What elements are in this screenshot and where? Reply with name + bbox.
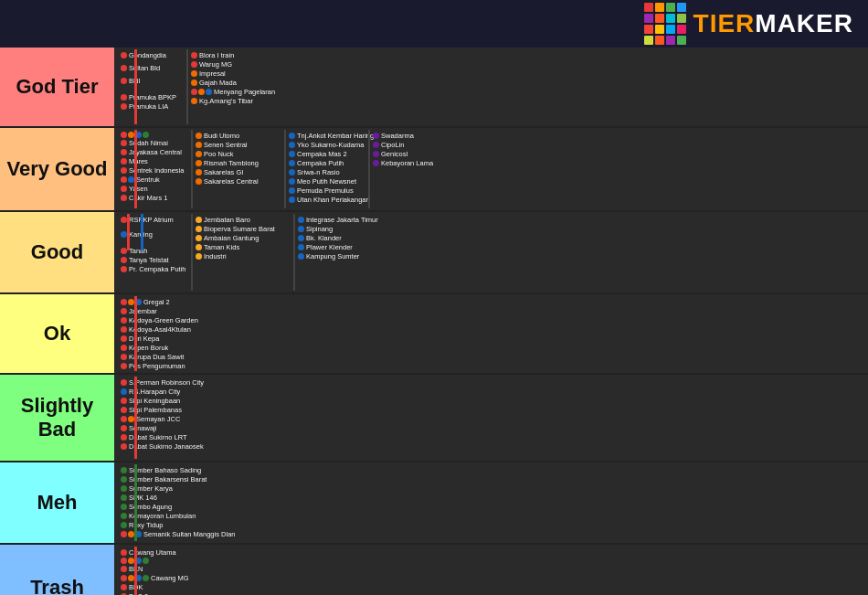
tier-content-trash: Cawang Utama BKN Cawang MG BDK PAC 2: [114, 545, 868, 595]
tier-label-good: Good: [0, 212, 114, 292]
tier-row-god: God Tier Gondangdia Sultan Bld BNI Pramu…: [0, 48, 868, 128]
logo-text: TiERMAKeR: [693, 9, 853, 38]
tier-label-meh: Meh: [0, 462, 114, 543]
tier-row-trash: Trash Cawang Utama BKN Cawang MG: [0, 545, 868, 595]
tier-row-good: Good RSPKP Atrium Karding Tanah Tanya Te…: [0, 212, 868, 294]
tier-row-slightly-bad: Slightly Bad S.Perman Robinson City RS.H…: [0, 375, 868, 462]
tier-row-meh: Meh Sumber Bahaso Sading Sumber Bakarsen…: [0, 462, 868, 545]
tier-label-god: God Tier: [0, 48, 114, 126]
tier-label-very-good: Very Good: [0, 128, 114, 210]
tier-label-slightly-bad: Slightly Bad: [0, 375, 114, 461]
logo-maker: MAKeR: [755, 9, 853, 37]
header: TiERMAKeR: [0, 0, 868, 48]
logo-tier: TiER: [693, 9, 756, 37]
logo-grid: [644, 3, 686, 45]
tier-row-very-good: Very Good Sudah Nimai Jayakasa Central M…: [0, 128, 868, 212]
tier-content-very-good: Sudah Nimai Jayakasa Central Mares Sentr…: [114, 128, 868, 210]
logo: TiERMAKeR: [644, 3, 853, 45]
tier-content-ok: Gregal 2 Jalembar Kedoya-Green Garden Ke…: [114, 294, 868, 373]
tier-label-ok: Ok: [0, 294, 114, 373]
tier-table: God Tier Gondangdia Sultan Bld BNI Pramu…: [0, 48, 868, 595]
tier-content-meh: Sumber Bahaso Sading Sumber Bakarsensi B…: [114, 462, 868, 543]
tier-content-good: RSPKP Atrium Karding Tanah Tanya Telstat…: [114, 212, 868, 292]
tiermaker-app: TiERMAKeR God Tier Gondangdia Sultan Bld…: [0, 0, 868, 595]
tier-label-trash: Trash: [0, 545, 114, 595]
tier-content-god: Gondangdia Sultan Bld BNI Pramuka BPKP P…: [114, 48, 868, 126]
tier-row-ok: Ok Gregal 2 Jalembar Kedoya-Green Garden…: [0, 294, 868, 375]
tier-content-slightly-bad: S.Perman Robinson City RS.Harapan City S…: [114, 375, 868, 461]
